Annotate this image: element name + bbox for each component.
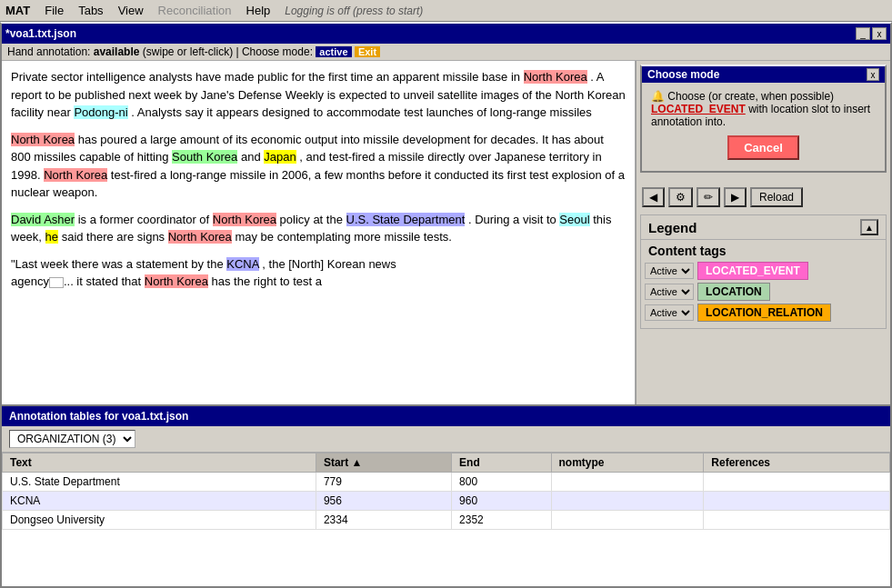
menu-reconciliation: Reconciliation (158, 4, 232, 17)
text-panel[interactable]: Private sector intelligence analysts hav… (2, 61, 636, 404)
bottom-title-bar: Annotation tables for voa1.txt.json (2, 406, 890, 426)
legend-title-row: Content tags (645, 244, 882, 258)
tag-located-event[interactable]: LOCATED_EVENT (697, 262, 808, 280)
col-end[interactable]: End (452, 453, 551, 473)
menu-view[interactable]: View (118, 4, 144, 17)
cell-start: 2334 (316, 511, 451, 530)
main-window: *voa1.txt.json _ x Hand annotation: avai… (0, 22, 892, 588)
highlight-seoul: Seoul (559, 213, 589, 226)
tag-location-relation[interactable]: LOCATION_RELATION (697, 304, 831, 322)
annotation-bar: Hand annotation: available (swipe or lef… (2, 44, 890, 61)
cell-end: 800 (452, 473, 551, 492)
menu-help[interactable]: Help (246, 4, 271, 17)
table-type-select[interactable]: ORGANIZATION (3) (9, 430, 135, 448)
right-panel: Choose mode x 🔔 Choose (or create, when … (636, 61, 890, 404)
legend-title: Legend (648, 220, 697, 235)
menu-mat[interactable]: MAT (5, 4, 30, 17)
window-body: Hand annotation: available (swipe or lef… (2, 44, 890, 586)
col-start[interactable]: Start ▲ (316, 453, 451, 473)
table-wrapper: Text Start ▲ End nomtype References U.S.… (2, 453, 890, 586)
menu-logging[interactable]: Logging is off (press to start) (285, 5, 423, 17)
col-references[interactable]: References (704, 453, 890, 473)
col-text[interactable]: Text (3, 453, 316, 473)
close-button[interactable]: x (872, 27, 887, 40)
col-nomtype[interactable]: nomtype (551, 453, 704, 473)
cell-text: Dongseo University (3, 511, 316, 530)
dialog-located-event-label: LOCATED_EVENT (651, 103, 746, 115)
legend-row-location: Active LOCATION (645, 283, 882, 301)
table-row[interactable]: KCNA956960 (3, 492, 890, 511)
legend-header: Legend ▲ (641, 215, 886, 240)
dialog-description-prefix: Choose (or create, when possible) (665, 90, 834, 103)
content-area: Private sector intelligence analysts hav… (2, 61, 890, 404)
highlight-north-korea-6: North Korea (145, 274, 208, 288)
cell-nomtype (551, 492, 704, 511)
annotation-prefix: Hand annotation: (7, 45, 94, 58)
cell-nomtype (551, 511, 704, 530)
prev-button[interactable]: ◀ (642, 187, 665, 207)
cancel-button[interactable]: Cancel (727, 135, 799, 160)
cell-text: KCNA (3, 492, 316, 511)
active-badge: active (316, 46, 351, 57)
cell-nomtype (551, 473, 704, 492)
choose-mode-dialog: Choose mode x 🔔 Choose (or create, when … (640, 65, 887, 173)
cell-start: 779 (316, 473, 451, 492)
paragraph-2: North Korea has poured a large amount of… (11, 131, 626, 202)
highlight-north-korea-2: North Korea (11, 133, 75, 146)
highlight-north-korea-1: North Korea (524, 70, 587, 84)
table-controls: ORGANIZATION (3) (2, 426, 890, 453)
exit-badge[interactable]: Exit (355, 46, 380, 57)
legend-select-location[interactable]: Active (645, 284, 694, 300)
menu-tabs[interactable]: Tabs (78, 4, 103, 17)
cell-end: 2352 (452, 511, 551, 530)
minimize-button[interactable]: _ (856, 27, 870, 40)
menu-bar: MAT File Tabs View Reconciliation Help L… (0, 0, 892, 22)
cell-start: 956 (316, 492, 451, 511)
next-button[interactable]: ▶ (724, 187, 747, 207)
highlight-north-korea-5: North Korea (168, 230, 232, 244)
legend-collapse-button[interactable]: ▲ (860, 219, 878, 235)
annotation-table: Text Start ▲ End nomtype References U.S.… (2, 453, 890, 530)
dialog-title: Choose mode (647, 68, 719, 81)
dialog-title-bar: Choose mode x (642, 66, 885, 83)
highlight-south-korea: South Korea (172, 150, 237, 164)
legend-section: Legend ▲ Content tags Active LOCATED_EVE… (640, 214, 887, 329)
dialog-close-button[interactable]: x (867, 68, 879, 81)
highlight-podong-ni: Podong-ni (74, 105, 127, 119)
window-title: *voa1.txt.json (5, 27, 854, 40)
edit-button[interactable]: ✏ (697, 187, 720, 207)
highlight-david-asher: David Asher (11, 213, 75, 226)
table-row[interactable]: U.S. State Department779800 (3, 473, 890, 492)
highlight-he: he (45, 230, 58, 244)
nav-controls: ◀ ⚙ ✏ ▶ Reload (636, 184, 890, 211)
tag-location[interactable]: LOCATION (697, 283, 770, 301)
cell-end: 960 (452, 492, 551, 511)
legend-row-located-event: Active LOCATED_EVENT (645, 262, 882, 280)
bottom-section: Annotation tables for voa1.txt.json ORGA… (2, 404, 890, 586)
menu-file[interactable]: File (45, 4, 64, 17)
legend-select-location-relation[interactable]: Active (645, 304, 694, 321)
annotation-available: available (94, 45, 140, 58)
cell-text: U.S. State Department (3, 473, 316, 492)
highlight-north-korea-3: North Korea (44, 168, 107, 182)
gear-button[interactable]: ⚙ (668, 187, 693, 207)
highlight-japan: Japan (264, 150, 296, 164)
cell-references (704, 511, 890, 530)
highlight-kcna: KCNA (226, 257, 258, 271)
bottom-title: Annotation tables for voa1.txt.json (9, 410, 188, 423)
cell-references (704, 473, 890, 492)
highlight-north-korea-4: North Korea (213, 213, 276, 226)
legend-select-located-event[interactable]: Active (645, 263, 694, 279)
reload-button[interactable]: Reload (750, 187, 803, 207)
table-row[interactable]: Dongseo University23342352 (3, 511, 890, 530)
legend-row-location-relation: Active LOCATION_RELATION (645, 304, 882, 322)
cell-references (704, 492, 890, 511)
content-tags-label: Content tags (648, 244, 727, 258)
paragraph-3: David Asher is a former coordinator of N… (11, 211, 626, 246)
annotation-hint: (swipe or left-click) | Choose mode: (143, 45, 313, 58)
title-bar: *voa1.txt.json _ x (2, 24, 890, 44)
paragraph-1: Private sector intelligence analysts hav… (11, 68, 626, 122)
dialog-body: 🔔 Choose (or create, when possible) LOCA… (642, 83, 885, 171)
legend-body: Content tags Active LOCATED_EVENT Active (641, 240, 886, 328)
highlight-us-state-dept: U.S. State Department (346, 213, 466, 226)
